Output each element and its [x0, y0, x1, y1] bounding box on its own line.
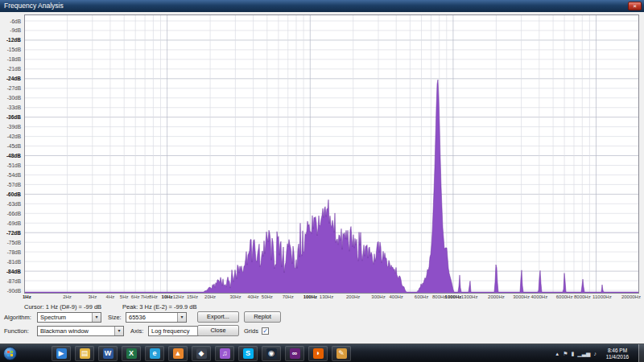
y-tick-label: -84dB	[6, 269, 21, 274]
size-label: Size:	[108, 312, 122, 323]
x-tick-label: 600Hz	[415, 294, 428, 299]
windows-explorer-icon: ▤	[80, 348, 90, 359]
visual-studio-icon: ∞	[290, 348, 300, 359]
axis-value: Log frequency	[151, 327, 190, 335]
x-tick-label: 1000Hz	[445, 294, 462, 299]
function-label: Function:	[4, 326, 29, 337]
taskbar-clock[interactable]: 8:46 PM 11/4/2016	[600, 348, 635, 360]
x-tick-label: 3000Hz	[513, 294, 530, 299]
y-tick-label: -81dB	[7, 259, 21, 265]
steam-icon: ◉	[266, 348, 277, 359]
y-tick-label: -18dB	[7, 56, 21, 62]
x-tick-label: 8Hz	[149, 294, 158, 299]
close-button[interactable]: Close	[197, 325, 239, 336]
y-tick-label: -45dB	[7, 143, 21, 149]
chevron-down-icon: ▾	[114, 327, 123, 335]
skype-icon: S	[243, 348, 254, 359]
taskbar: ▶▤WXe▲◆♫S◉∞◗✎ ▲ ⚑▮▁▃▅♪ 8:46 PM 11/4/2016	[0, 343, 644, 362]
y-tick-label: -6dB	[10, 19, 21, 24]
taskbar-icon-steam[interactable]: ◉	[262, 346, 281, 361]
taskbar-icon-firefox[interactable]: ◗	[308, 346, 328, 361]
y-tick-label: -54dB	[7, 172, 21, 178]
algorithm-value: Spectrum	[40, 314, 66, 321]
y-tick-label: -90dB	[7, 288, 21, 294]
spectrum-plot[interactable]	[24, 14, 639, 294]
algorithm-select[interactable]: Spectrum ▾	[37, 312, 101, 323]
vlc-icon: ▲	[173, 348, 184, 359]
axis-label: Axis:	[130, 326, 143, 337]
paint-icon: ✎	[336, 348, 347, 359]
taskbar-icon-windows-media-player[interactable]: ▶	[52, 346, 71, 361]
taskbar-icon-vlc[interactable]: ▲	[168, 346, 188, 361]
chevron-down-icon: ▾	[92, 313, 101, 322]
x-tick-label: 300Hz	[371, 294, 385, 299]
x-axis-labels: 1Hz2Hz3Hz4Hz5Hz6Hz7Hz8Hz10Hz12Hz15Hz20Hz…	[0, 294, 644, 302]
x-tick-label: 50Hz	[262, 294, 273, 299]
taskbar-icon-paint[interactable]: ✎	[332, 346, 351, 361]
x-tick-label: 2000Hz	[488, 294, 505, 299]
x-tick-label: 400Hz	[390, 294, 403, 299]
function-select[interactable]: Blackman window ▾	[37, 326, 124, 336]
y-tick-label: -33dB	[7, 105, 21, 110]
firefox-icon: ◗	[313, 348, 324, 359]
x-tick-label: 7Hz	[141, 294, 150, 299]
x-tick-label: 6Hz	[131, 294, 140, 299]
screen: Frequency Analysis × -6dB-9dB-12dB-15dB-…	[0, 0, 644, 362]
x-tick-label: 12Hz	[173, 294, 184, 299]
media-player-classic-icon: ◆	[196, 348, 207, 359]
function-value: Blackman window	[40, 327, 89, 335]
algorithm-label: Algorithm:	[4, 312, 31, 323]
titlebar[interactable]: Frequency Analysis ×	[0, 0, 644, 12]
x-tick-label: 30Hz	[229, 294, 241, 299]
taskbar-icon-visual-studio[interactable]: ∞	[285, 346, 304, 361]
x-tick-label: 15Hz	[187, 294, 198, 299]
y-tick-label: -75dB	[7, 240, 21, 245]
taskbar-icon-internet-explorer[interactable]: e	[145, 346, 164, 361]
system-tray: ▲ ⚑▮▁▃▅♪ 8:46 PM 11/4/2016	[555, 344, 644, 362]
x-tick-label: 1Hz	[23, 294, 31, 299]
x-tick-label: 3Hz	[88, 294, 97, 299]
window-title: Frequency Analysis	[4, 2, 64, 10]
y-tick-label: -69dB	[7, 220, 21, 226]
size-select[interactable]: 65536 ▾	[126, 312, 187, 323]
taskbar-icon-word[interactable]: W	[98, 346, 118, 361]
hidden-icons-chevron[interactable]: ▲	[555, 352, 559, 356]
tray-icons: ⚑▮▁▃▅♪	[563, 351, 597, 357]
y-tick-label: -30dB	[7, 95, 21, 101]
cursor-readout: Cursor: 1 Hz (D#-9) = -99 dB	[24, 303, 101, 311]
y-tick-label: -87dB	[7, 278, 21, 284]
volume-icon[interactable]: ♪	[594, 351, 597, 356]
close-window-button[interactable]: ×	[628, 2, 642, 10]
status-line: Cursor: 1 Hz (D#-9) = -99 dBPeak: 3 Hz (…	[24, 303, 217, 311]
x-tick-label: 70Hz	[283, 294, 294, 299]
network-icon[interactable]: ▁▃▅	[577, 351, 590, 357]
x-tick-label: 200Hz	[346, 294, 360, 299]
y-tick-label: -63dB	[7, 201, 21, 207]
grids-checkbox[interactable]: ✓	[262, 327, 269, 335]
taskbar-icon-media-player-classic[interactable]: ◆	[192, 346, 211, 361]
start-button[interactable]	[3, 347, 17, 360]
action-center-icon[interactable]: ⚑	[563, 351, 568, 357]
y-tick-label: -36dB	[6, 114, 21, 120]
x-tick-label: 100Hz	[303, 294, 317, 299]
y-tick-label: -72dB	[6, 230, 21, 236]
export-button[interactable]: Export...	[197, 311, 239, 323]
show-desktop-button[interactable]	[638, 344, 644, 362]
y-tick-label: -51dB	[7, 162, 21, 168]
taskbar-icon-itunes[interactable]: ♫	[215, 346, 234, 361]
chevron-down-icon: ▾	[177, 313, 186, 322]
grids-label: Grids	[244, 326, 258, 337]
size-value: 65536	[129, 314, 146, 321]
word-icon: W	[103, 348, 114, 359]
replot-button[interactable]: Replot	[244, 311, 281, 323]
peak-readout: Peak: 3 Hz (E-2) = -99.9 dB	[122, 303, 196, 311]
taskbar-icon-excel[interactable]: X	[122, 346, 141, 361]
power-icon[interactable]: ▮	[571, 351, 574, 357]
x-tick-label: 5Hz	[120, 294, 129, 299]
y-tick-label: -12dB	[6, 37, 21, 43]
taskbar-icon-skype[interactable]: S	[238, 346, 258, 361]
taskbar-icon-windows-explorer[interactable]: ▤	[75, 346, 94, 361]
x-tick-label: 130Hz	[320, 294, 333, 299]
excel-icon: X	[126, 348, 137, 359]
windows-logo-icon	[7, 351, 13, 356]
